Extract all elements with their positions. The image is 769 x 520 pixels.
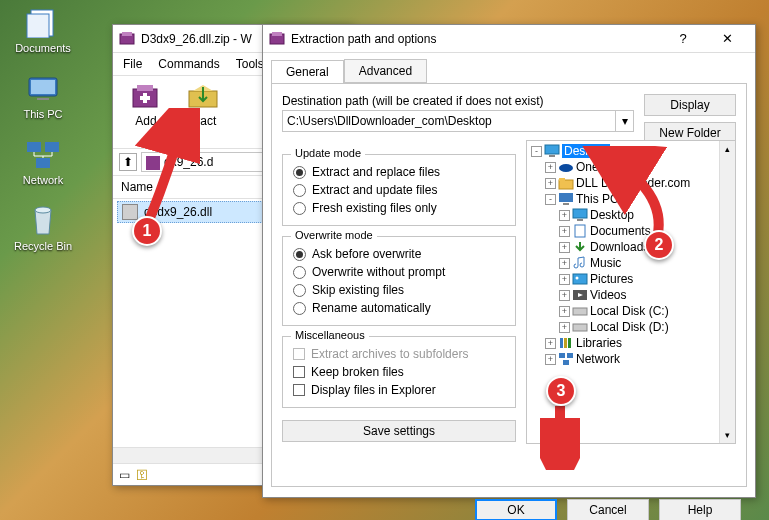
ok-button[interactable]: OK — [475, 499, 557, 520]
desktop-icon-documents[interactable]: Documents — [8, 6, 78, 54]
expand-icon[interactable]: + — [545, 162, 556, 173]
winrar-icon — [119, 31, 135, 47]
extraction-dialog: Extraction path and options ? ✕ General … — [262, 24, 756, 498]
opt-extract-replace[interactable]: Extract and replace files — [293, 163, 505, 181]
checkbox-icon — [293, 348, 305, 360]
opt-display-explorer[interactable]: Display files in Explorer — [293, 381, 505, 399]
opt-overwrite-noprompt[interactable]: Overwrite without prompt — [293, 263, 505, 281]
radio-icon — [293, 284, 306, 297]
menu-file[interactable]: File — [121, 55, 144, 73]
up-button[interactable]: ⬆ — [119, 153, 137, 171]
checkbox-icon — [293, 366, 305, 378]
tree-label: Videos — [590, 288, 626, 302]
expand-icon[interactable]: + — [545, 354, 556, 365]
radio-icon — [293, 266, 306, 279]
svg-rect-38 — [563, 360, 569, 365]
tree-item[interactable]: +Local Disk (D:) — [557, 319, 733, 335]
expand-icon[interactable]: + — [559, 322, 570, 333]
update-mode-group: Update mode Extract and replace files Ex… — [282, 154, 516, 226]
help-button[interactable]: ? — [661, 25, 705, 53]
svg-rect-6 — [45, 142, 59, 152]
tree-item[interactable]: +Local Disk (C:) — [557, 303, 733, 319]
expand-icon[interactable]: + — [545, 178, 556, 189]
opt-subfolders[interactable]: Extract archives to subfolders — [293, 345, 505, 363]
tree-item[interactable]: +Pictures — [557, 271, 733, 287]
expand-icon[interactable]: + — [559, 226, 570, 237]
network-icon — [23, 138, 63, 172]
scroll-up-icon[interactable]: ▴ — [720, 141, 735, 157]
tree-label: Pictures — [590, 272, 633, 286]
annotation-1: 1 — [132, 216, 162, 246]
tree-item[interactable]: +Desktop — [557, 207, 733, 223]
opt-fresh-only[interactable]: Fresh existing files only — [293, 199, 505, 217]
cancel-button[interactable]: Cancel — [567, 499, 649, 520]
scroll-down-icon[interactable]: ▾ — [720, 427, 735, 443]
tree-item[interactable]: +OneDr — [543, 159, 733, 175]
desktop-icon-network[interactable]: Network — [8, 138, 78, 186]
disk-icon — [572, 304, 588, 318]
destination-dropdown[interactable]: ▾ — [616, 110, 634, 132]
opt-extract-update[interactable]: Extract and update files — [293, 181, 505, 199]
radio-icon — [293, 248, 306, 261]
svg-rect-10 — [122, 32, 132, 36]
tree-label: Documents — [590, 224, 651, 238]
annotation-3: 3 — [546, 376, 576, 406]
menu-commands[interactable]: Commands — [156, 55, 221, 73]
display-button[interactable]: Display — [644, 94, 736, 116]
tree-item[interactable]: +Network — [543, 351, 733, 367]
opt-ask-overwrite[interactable]: Ask before overwrite — [293, 245, 505, 263]
tree-item[interactable]: +Music — [557, 255, 733, 271]
add-button[interactable]: Add — [119, 80, 173, 144]
extraction-titlebar[interactable]: Extraction path and options ? ✕ — [263, 25, 755, 53]
expand-icon[interactable]: - — [545, 194, 556, 205]
svg-rect-7 — [36, 158, 50, 168]
tree-label: Downloads — [590, 240, 649, 254]
desktop-icon-this-pc[interactable]: This PC — [8, 72, 78, 120]
extract-to-icon — [186, 82, 222, 112]
desktop-icon-recycle-bin[interactable]: Recycle Bin — [8, 204, 78, 252]
save-settings-button[interactable]: Save settings — [282, 420, 516, 442]
tab-advanced[interactable]: Advanced — [344, 59, 427, 83]
tree-item[interactable]: +DLL Downloader.com — [543, 175, 733, 191]
miscellaneous-group: Miscellaneous Extract archives to subfol… — [282, 336, 516, 408]
svg-rect-4 — [37, 98, 49, 100]
tree-item[interactable]: -This PC — [543, 191, 733, 207]
expand-icon[interactable]: + — [559, 290, 570, 301]
svg-rect-37 — [567, 353, 573, 358]
opt-skip-existing[interactable]: Skip existing files — [293, 281, 505, 299]
tree-item[interactable]: -Desktop — [529, 143, 733, 159]
close-button[interactable]: ✕ — [705, 25, 749, 53]
extract-to-button[interactable]: Extract To — [177, 80, 231, 144]
expand-icon[interactable]: + — [559, 242, 570, 253]
status-icon-key: ⚿ — [136, 468, 148, 482]
folder-icon — [558, 176, 574, 190]
dialog-button-row: OK Cancel Help — [263, 495, 755, 520]
tree-label: Network — [576, 352, 620, 366]
svg-point-20 — [559, 164, 573, 172]
expand-icon[interactable]: + — [559, 274, 570, 285]
svg-rect-36 — [559, 353, 565, 358]
tree-label: Local Disk (D:) — [590, 320, 669, 334]
cloud-icon — [558, 160, 574, 174]
tree-item[interactable]: +Libraries — [543, 335, 733, 351]
expand-icon[interactable]: - — [531, 146, 542, 157]
extraction-title: Extraction path and options — [291, 32, 661, 46]
help-button-bottom[interactable]: Help — [659, 499, 741, 520]
tab-general[interactable]: General — [271, 60, 344, 84]
svg-rect-26 — [577, 219, 583, 221]
menu-tools[interactable]: Tools — [234, 55, 266, 73]
net-icon — [558, 352, 574, 366]
expand-icon[interactable]: + — [559, 258, 570, 269]
tab-panel-general: Destination path (will be created if doe… — [271, 83, 747, 487]
add-icon — [128, 82, 164, 112]
destination-input[interactable] — [282, 110, 616, 132]
tree-scrollbar[interactable]: ▴ ▾ — [719, 141, 735, 443]
opt-keep-broken[interactable]: Keep broken files — [293, 363, 505, 381]
tree-item[interactable]: +Videos — [557, 287, 733, 303]
expand-icon[interactable]: + — [559, 306, 570, 317]
this-pc-icon — [23, 72, 63, 106]
expand-icon[interactable]: + — [545, 338, 556, 349]
opt-rename-auto[interactable]: Rename automatically — [293, 299, 505, 317]
radio-icon — [293, 184, 306, 197]
expand-icon[interactable]: + — [559, 210, 570, 221]
